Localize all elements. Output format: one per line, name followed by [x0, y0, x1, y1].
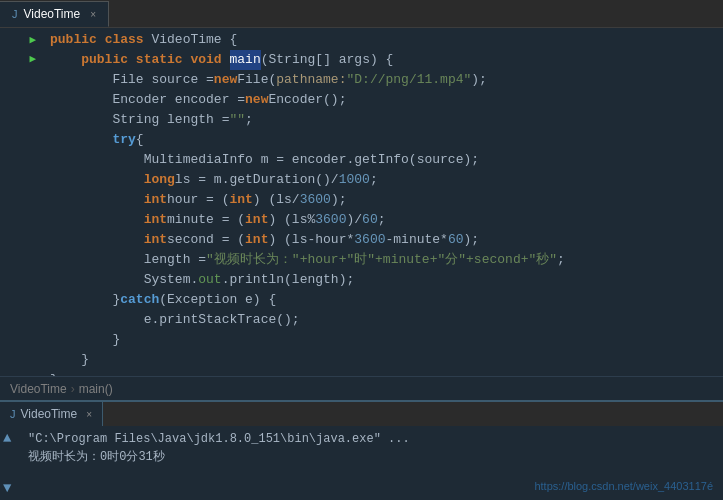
kw-int-2: int — [144, 210, 167, 230]
breadcrumb-method[interactable]: main() — [79, 382, 113, 396]
gutter-line-12 — [0, 241, 40, 260]
code-line-3: File source = new File( pathname: "D://p… — [50, 70, 723, 90]
main-params: (String[] args) { — [261, 50, 394, 70]
close-try: } — [112, 290, 120, 310]
gutter-line-14 — [0, 280, 40, 299]
gutter-line-9 — [0, 184, 40, 203]
kw-void: void — [190, 50, 221, 70]
semi6: ); — [464, 230, 480, 250]
kw-try: try — [112, 130, 135, 150]
tab-bar: J VideoTime × — [0, 0, 723, 28]
breadcrumb-class[interactable]: VideoTime — [10, 382, 67, 396]
run-arrow-1[interactable]: ▶ — [29, 33, 36, 46]
second-expr: ) (ls-hour* — [268, 230, 354, 250]
minute-decl: minute = ( — [167, 210, 245, 230]
class-name: VideoTime { — [151, 30, 237, 50]
gutter: ▶ ▶ — [0, 28, 40, 376]
param-pathname: pathname: — [276, 70, 346, 90]
watermark: https://blog.csdn.net/weix_4403117é — [534, 480, 713, 492]
breadcrumb-bar: VideoTime › main() — [0, 376, 723, 400]
scroll-down-arrow[interactable]: ▼ — [0, 480, 18, 496]
gutter-line-11 — [0, 222, 40, 241]
semi3: ; — [370, 170, 378, 190]
file-new: File( — [237, 70, 276, 90]
encoder-decl: Encoder encoder = — [112, 90, 245, 110]
gutter-line-1[interactable]: ▶ — [0, 30, 40, 49]
code-line-9: int hour = (int) (ls/3600); — [50, 190, 723, 210]
semi2: ; — [245, 110, 253, 130]
java-file-icon: J — [12, 8, 18, 20]
gutter-line-18 — [0, 357, 40, 376]
tab-close-icon[interactable]: × — [90, 9, 96, 20]
console-tab-bar: J VideoTime × — [0, 402, 723, 426]
hour-decl: hour = ( — [167, 190, 229, 210]
string-length-decl: String length = — [112, 110, 229, 130]
num-3600-2: 3600 — [315, 210, 346, 230]
string-cn: "视频时长为："+hour+"时"+minute+"分"+second+"秒" — [206, 250, 557, 270]
gutter-line-13 — [0, 261, 40, 280]
gutter-line-2[interactable]: ▶ — [0, 49, 40, 68]
code-line-2: public static void main(String[] args) { — [50, 50, 723, 70]
scroll-up-arrow[interactable]: ▲ — [0, 430, 18, 446]
kw-long: long — [144, 170, 175, 190]
semi4: ); — [331, 190, 347, 210]
console-tab-icon: J — [10, 408, 16, 420]
code-line-4: Encoder encoder = new Encoder(); — [50, 90, 723, 110]
semi1: ); — [471, 70, 487, 90]
code-line-13: System.out.println(length); — [50, 270, 723, 290]
hour-expr: ) (ls/ — [253, 190, 300, 210]
gutter-line-16 — [0, 318, 40, 337]
length-assign: length = — [144, 250, 206, 270]
try-brace: { — [136, 130, 144, 150]
console-line-output: 视频时长为：0时0分31秒 — [28, 448, 713, 466]
print-stack: e.printStackTrace(); — [144, 310, 300, 330]
catch-params: (Exception e) { — [159, 290, 276, 310]
gutter-line-6 — [0, 126, 40, 145]
multimedia-decl: MultimediaInfo m = encoder.getInfo(sourc… — [144, 150, 479, 170]
console-tab-videotime[interactable]: J VideoTime × — [0, 402, 103, 426]
kw-int-cast-2: int — [245, 210, 268, 230]
num-60-1: 60 — [362, 210, 378, 230]
out-keyword: out — [198, 270, 221, 290]
console-scroll-arrows: ▲ ▼ — [0, 426, 18, 500]
code-line-7: MultimediaInfo m = encoder.getInfo(sourc… — [50, 150, 723, 170]
kw-int-1: int — [144, 190, 167, 210]
console-content: ▲ ▼ "C:\Program Files\Java\jdk1.8.0_151\… — [0, 426, 723, 500]
kw-public-2: public — [81, 50, 128, 70]
kw-int-cast-1: int — [229, 190, 252, 210]
code-content[interactable]: public class VideoTime { public static v… — [40, 28, 723, 376]
close-catch: } — [112, 330, 120, 350]
gutter-line-10 — [0, 203, 40, 222]
kw-int-3: int — [144, 230, 167, 250]
code-line-5: String length = ""; — [50, 110, 723, 130]
code-line-15: e.printStackTrace(); — [50, 310, 723, 330]
code-line-17: } — [50, 350, 723, 370]
gutter-line-7 — [0, 145, 40, 164]
breadcrumb-sep-1: › — [71, 382, 75, 396]
run-arrow-2[interactable]: ▶ — [29, 52, 36, 65]
console-line-cmd: "C:\Program Files\Java\jdk1.8.0_151\bin\… — [28, 430, 713, 448]
code-line-18: } — [50, 370, 723, 376]
console-tab-close[interactable]: × — [86, 409, 92, 420]
code-line-6: try { — [50, 130, 723, 150]
gutter-line-5 — [0, 107, 40, 126]
println: .println(length); — [222, 270, 355, 290]
minute-div: )/ — [346, 210, 362, 230]
code-line-16: } — [50, 330, 723, 350]
kw-static: static — [136, 50, 183, 70]
gutter-line-15 — [0, 299, 40, 318]
system-out: System. — [144, 270, 199, 290]
tab-videotime[interactable]: J VideoTime × — [0, 1, 109, 27]
gutter-line-17 — [0, 338, 40, 357]
semi7: ; — [557, 250, 565, 270]
code-line-14: } catch (Exception e) { — [50, 290, 723, 310]
tab-label: VideoTime — [24, 7, 81, 21]
second-decl: second = ( — [167, 230, 245, 250]
kw-int-cast-3: int — [245, 230, 268, 250]
console-main: "C:\Program Files\Java\jdk1.8.0_151\bin\… — [10, 430, 713, 466]
code-line-12: length = "视频时长为："+hour+"时"+minute+"分"+se… — [50, 250, 723, 270]
close-class: } — [50, 370, 58, 376]
method-main: main — [230, 50, 261, 70]
editor-area: ▶ ▶ public cla — [0, 28, 723, 400]
num-3600-3: 3600 — [354, 230, 385, 250]
